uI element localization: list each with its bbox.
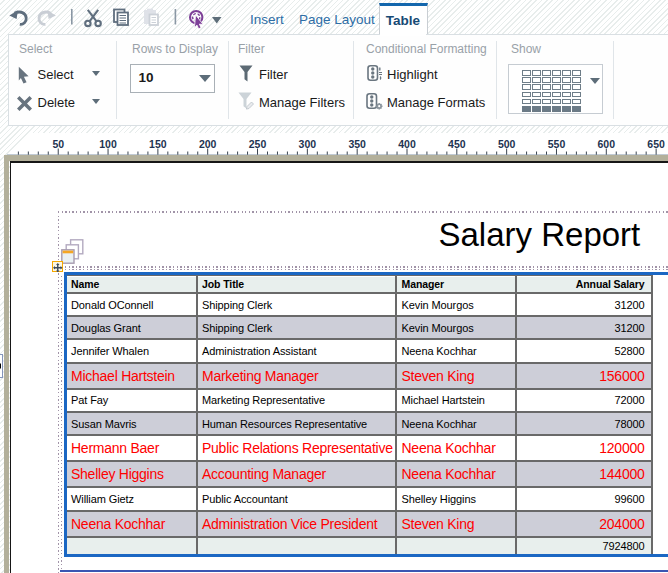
svg-text:600: 600 — [598, 138, 616, 150]
svg-text:650: 650 — [647, 138, 665, 150]
svg-text:550: 550 — [548, 138, 566, 150]
svg-text:100: 100 — [99, 138, 117, 150]
svg-text:450: 450 — [448, 138, 466, 150]
svg-text:400: 400 — [398, 138, 416, 150]
svg-text:500: 500 — [498, 138, 516, 150]
svg-text:250: 250 — [249, 138, 267, 150]
svg-text:350: 350 — [348, 138, 366, 150]
svg-text:150: 150 — [149, 138, 167, 150]
svg-text:50: 50 — [52, 138, 64, 150]
svg-text:300: 300 — [299, 138, 317, 150]
svg-text:200: 200 — [199, 138, 217, 150]
